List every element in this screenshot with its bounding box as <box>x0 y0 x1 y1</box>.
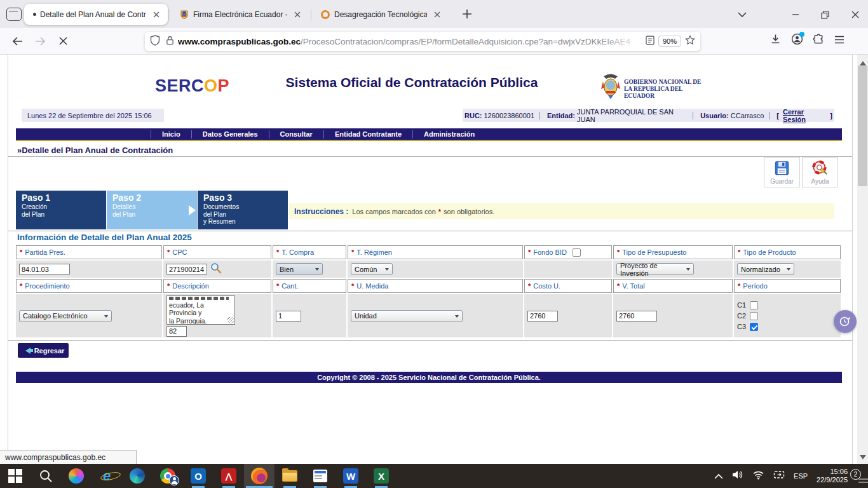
zoom-level-chip[interactable]: 90% <box>658 36 681 47</box>
forward-icon[interactable] <box>31 32 50 51</box>
main-nav: Inicio Datos Generales Consultar Entidad… <box>16 128 842 140</box>
tab-desagregacion[interactable]: Desagregación Tecnológica: Cál <box>314 4 449 25</box>
excel-icon[interactable]: X <box>366 464 397 488</box>
resize-grip-icon[interactable] <box>227 317 234 323</box>
step-1[interactable]: Paso 1 Creación del Plan <box>16 191 106 229</box>
cell-procedimiento: Catalogo Electrónico <box>16 294 162 337</box>
extension-clock-widget[interactable] <box>834 310 857 333</box>
ie-icon[interactable]: e <box>92 464 122 488</box>
guardar-button[interactable]: Guardar <box>764 157 800 187</box>
c3-checkbox[interactable] <box>750 323 758 331</box>
close-icon[interactable] <box>150 8 163 21</box>
guardar-label: Guardar <box>770 178 794 185</box>
tipo-presupuesto-select[interactable]: Proyecto de Inversión <box>616 263 694 275</box>
ayuda-button[interactable]: Ayuda <box>802 157 838 187</box>
firefox-view-icon[interactable] <box>6 8 22 21</box>
restore-icon[interactable] <box>815 6 835 23</box>
vertical-scrollbar[interactable] <box>857 55 868 464</box>
wifi-icon[interactable] <box>752 470 764 482</box>
edge-icon[interactable] <box>122 464 153 488</box>
c1-checkbox[interactable] <box>750 301 758 309</box>
url-text: www.compraspublicas.gob.ec/ProcesoContra… <box>178 37 646 46</box>
step-line: del Plan <box>112 211 197 219</box>
acrobat-icon[interactable]: ⋀ <box>214 464 244 488</box>
close-icon[interactable] <box>845 6 865 23</box>
header-v-total: *V. Total <box>613 279 733 293</box>
volume-icon[interactable] <box>732 470 743 482</box>
step-3[interactable]: Paso 3 Documentos del Plan y Resumen <box>198 191 288 229</box>
cell-fondo-bid <box>524 261 612 278</box>
chrome-icon[interactable] <box>153 464 183 488</box>
tray-expand-icon[interactable] <box>714 470 723 482</box>
contacts-icon[interactable] <box>305 464 336 488</box>
close-icon[interactable] <box>291 8 304 21</box>
new-tab-icon[interactable] <box>460 7 474 24</box>
account-icon[interactable] <box>791 33 803 48</box>
menu-icon[interactable] <box>834 35 844 46</box>
costo-u-input[interactable]: 2760 <box>527 311 558 322</box>
display-icon[interactable] <box>773 470 785 482</box>
nav-consultar[interactable]: Consultar <box>269 130 323 139</box>
reader-mode-icon[interactable] <box>646 36 654 48</box>
search-icon[interactable] <box>31 464 61 488</box>
language-indicator[interactable]: ESP <box>794 472 808 480</box>
t-compra-select[interactable]: Bien <box>276 263 323 275</box>
instructions-label: Instrucciones : <box>294 207 348 216</box>
nav-inicio[interactable]: Inicio <box>151 130 191 139</box>
step-line: Creación <box>22 203 106 211</box>
shield-icon[interactable] <box>150 35 160 48</box>
stop-icon[interactable] <box>53 32 72 51</box>
usuario-value: CCarrasco <box>731 112 764 119</box>
tipo-producto-select[interactable]: Normalizado <box>737 263 794 275</box>
step-2-active[interactable]: Paso 2 Detalles del Plan <box>107 191 197 229</box>
tab-separator <box>168 9 169 20</box>
outlook-icon[interactable]: O <box>183 464 214 488</box>
search-magnifier-icon[interactable] <box>210 262 222 276</box>
descripcion-textarea[interactable]: ecuador, La Provincia y la Parroquia. <box>166 295 235 325</box>
procedimiento-select[interactable]: Catalogo Electrónico <box>19 310 112 322</box>
u-medida-select[interactable]: Unidad <box>351 310 463 322</box>
chevron-down-icon <box>787 268 790 273</box>
step-title: Paso 1 <box>22 193 106 203</box>
regresar-button[interactable]: Regresar <box>18 343 69 358</box>
partida-input[interactable]: 84.01.03 <box>19 264 70 274</box>
c2-checkbox[interactable] <box>750 312 758 320</box>
start-icon[interactable] <box>0 464 31 488</box>
minimize-icon[interactable] <box>785 6 806 23</box>
clock[interactable]: 15:0622/9/2025 <box>817 468 848 484</box>
descripcion-code-input[interactable]: 82 <box>166 326 187 337</box>
tab-detalle-plan[interactable]: Detalle del Plan Anual de Contr <box>24 4 168 25</box>
tab-list-icon[interactable] <box>732 6 752 23</box>
tab-firma-electronica[interactable]: Firma Electrónica Ecuador - Firm <box>173 4 309 25</box>
divider <box>8 231 852 231</box>
nav-datos-generales[interactable]: Datos Generales <box>191 130 269 139</box>
scroll-up-icon[interactable] <box>860 58 866 65</box>
back-icon[interactable] <box>8 32 27 51</box>
copilot-icon[interactable] <box>61 464 92 488</box>
firefox-icon[interactable] <box>244 464 275 488</box>
scrollbar-thumb[interactable] <box>858 65 867 186</box>
close-icon[interactable] <box>431 8 444 21</box>
sercop-logo: SERCOP <box>155 76 229 96</box>
scroll-down-icon[interactable] <box>860 455 866 463</box>
nav-administracion[interactable]: Administración <box>412 130 485 139</box>
url-bar[interactable]: www.compraspublicas.gob.ec/ProcesoContra… <box>145 32 700 51</box>
word-icon[interactable]: W <box>336 464 366 488</box>
bookmark-star-icon[interactable] <box>685 35 695 48</box>
status-link-tooltip: www.compraspublicas.gob.ec <box>0 450 137 464</box>
logout-link[interactable]: Cerrar Sesión <box>783 108 826 123</box>
page-title: Sistema Oficial de Contratación Pública <box>259 75 564 90</box>
t-regimen-select[interactable]: Común <box>351 263 393 275</box>
lock-icon[interactable] <box>166 36 174 48</box>
cant-input[interactable]: 1 <box>276 311 301 322</box>
extensions-icon[interactable] <box>813 34 824 47</box>
section-title: Información de Detalle del Plan Anual 20… <box>17 233 192 242</box>
file-explorer-icon[interactable] <box>275 464 305 488</box>
cell-partida: 84.01.03 <box>16 261 162 278</box>
v-total-input[interactable]: 2760 <box>616 311 657 322</box>
downloads-icon[interactable] <box>770 34 781 47</box>
cell-v-total: 2760 <box>613 294 733 337</box>
nav-entidad-contratante[interactable]: Entidad Contratante <box>323 130 412 139</box>
cpc-input[interactable]: 271900214 <box>166 264 207 274</box>
fondo-bid-checkbox[interactable] <box>573 248 581 257</box>
